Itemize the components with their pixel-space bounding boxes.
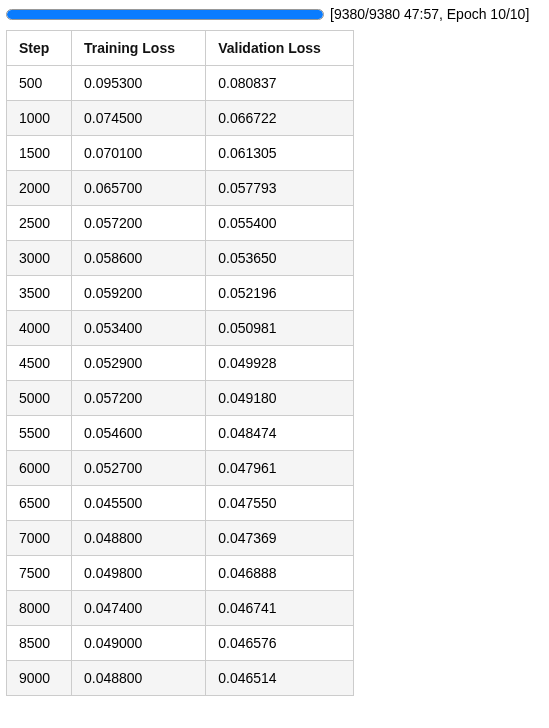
cell-training-loss: 0.052700 [71,451,205,486]
cell-validation-loss: 0.052196 [206,276,354,311]
table-row: 80000.0474000.046741 [7,591,354,626]
cell-validation-loss: 0.047961 [206,451,354,486]
cell-training-loss: 0.057200 [71,206,205,241]
table-row: 5000.0953000.080837 [7,66,354,101]
table-row: 70000.0488000.047369 [7,521,354,556]
cell-training-loss: 0.059200 [71,276,205,311]
cell-validation-loss: 0.066722 [206,101,354,136]
cell-validation-loss: 0.057793 [206,171,354,206]
cell-validation-loss: 0.053650 [206,241,354,276]
table-row: 75000.0498000.046888 [7,556,354,591]
cell-validation-loss: 0.049928 [206,346,354,381]
cell-training-loss: 0.074500 [71,101,205,136]
col-step: Step [7,31,72,66]
cell-validation-loss: 0.046514 [206,661,354,696]
cell-step: 1000 [7,101,72,136]
progress-fill [7,10,323,19]
cell-validation-loss: 0.048474 [206,416,354,451]
cell-step: 5500 [7,416,72,451]
cell-validation-loss: 0.061305 [206,136,354,171]
cell-training-loss: 0.053400 [71,311,205,346]
cell-training-loss: 0.048800 [71,661,205,696]
cell-validation-loss: 0.046576 [206,626,354,661]
progress-row: [9380/9380 47:57, Epoch 10/10] [6,6,543,22]
cell-training-loss: 0.065700 [71,171,205,206]
table-body: 5000.0953000.08083710000.0745000.0667221… [7,66,354,696]
cell-step: 8000 [7,591,72,626]
cell-training-loss: 0.054600 [71,416,205,451]
table-row: 90000.0488000.046514 [7,661,354,696]
cell-step: 2500 [7,206,72,241]
table-row: 10000.0745000.066722 [7,101,354,136]
table-row: 50000.0572000.049180 [7,381,354,416]
cell-step: 1500 [7,136,72,171]
col-validation-loss: Validation Loss [206,31,354,66]
cell-step: 8500 [7,626,72,661]
table-row: 20000.0657000.057793 [7,171,354,206]
cell-validation-loss: 0.055400 [206,206,354,241]
cell-validation-loss: 0.050981 [206,311,354,346]
table-row: 45000.0529000.049928 [7,346,354,381]
cell-validation-loss: 0.046741 [206,591,354,626]
cell-step: 6000 [7,451,72,486]
cell-step: 9000 [7,661,72,696]
cell-step: 3000 [7,241,72,276]
table-row: 30000.0586000.053650 [7,241,354,276]
table-row: 65000.0455000.047550 [7,486,354,521]
table-row: 15000.0701000.061305 [7,136,354,171]
table-row: 25000.0572000.055400 [7,206,354,241]
cell-step: 5000 [7,381,72,416]
cell-training-loss: 0.070100 [71,136,205,171]
cell-step: 7500 [7,556,72,591]
table-row: 60000.0527000.047961 [7,451,354,486]
cell-validation-loss: 0.047369 [206,521,354,556]
cell-validation-loss: 0.047550 [206,486,354,521]
cell-training-loss: 0.057200 [71,381,205,416]
cell-step: 7000 [7,521,72,556]
progress-bar [6,9,324,20]
table-row: 85000.0490000.046576 [7,626,354,661]
cell-training-loss: 0.048800 [71,521,205,556]
cell-step: 500 [7,66,72,101]
cell-training-loss: 0.049000 [71,626,205,661]
cell-validation-loss: 0.046888 [206,556,354,591]
cell-step: 4000 [7,311,72,346]
cell-step: 6500 [7,486,72,521]
cell-training-loss: 0.047400 [71,591,205,626]
loss-table: Step Training Loss Validation Loss 5000.… [6,30,354,696]
progress-label: [9380/9380 47:57, Epoch 10/10] [330,6,529,22]
table-row: 55000.0546000.048474 [7,416,354,451]
cell-training-loss: 0.045500 [71,486,205,521]
cell-step: 2000 [7,171,72,206]
cell-validation-loss: 0.049180 [206,381,354,416]
cell-training-loss: 0.058600 [71,241,205,276]
cell-validation-loss: 0.080837 [206,66,354,101]
cell-training-loss: 0.049800 [71,556,205,591]
cell-training-loss: 0.095300 [71,66,205,101]
cell-training-loss: 0.052900 [71,346,205,381]
cell-step: 4500 [7,346,72,381]
table-row: 35000.0592000.052196 [7,276,354,311]
cell-step: 3500 [7,276,72,311]
table-row: 40000.0534000.050981 [7,311,354,346]
table-header-row: Step Training Loss Validation Loss [7,31,354,66]
col-training-loss: Training Loss [71,31,205,66]
